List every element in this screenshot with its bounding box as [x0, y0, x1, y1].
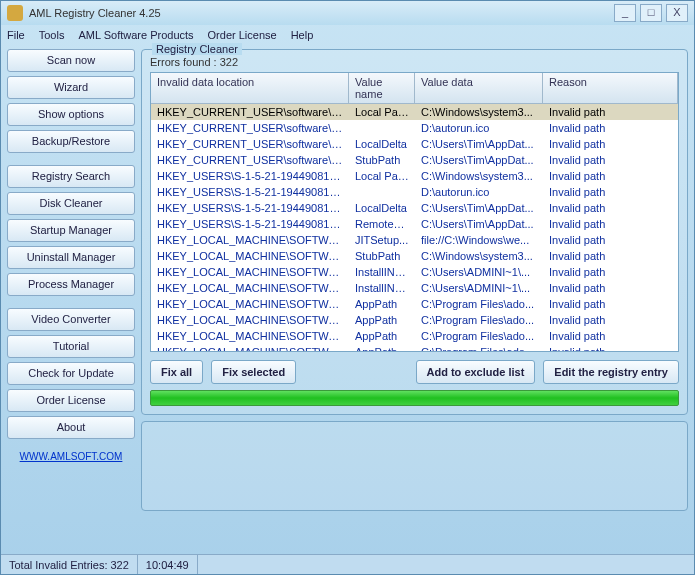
- fix-selected-button[interactable]: Fix selected: [211, 360, 296, 384]
- col-value-data[interactable]: Value data: [415, 73, 543, 103]
- table-cell: AppPath: [349, 329, 415, 343]
- table-cell: Invalid path: [543, 153, 678, 167]
- table-cell: InstallINF...: [349, 265, 415, 279]
- col-value-name[interactable]: Value name: [349, 73, 415, 103]
- sidebar-order-license[interactable]: Order License: [7, 389, 135, 412]
- table-row[interactable]: HKEY_USERS\S-1-5-21-1944908101-2...Local…: [151, 200, 678, 216]
- sidebar-about[interactable]: About: [7, 416, 135, 439]
- table-cell: HKEY_CURRENT_USER\software\Micr...: [151, 153, 349, 167]
- menu-tools[interactable]: Tools: [39, 29, 65, 41]
- table-cell: file://C:\Windows\we...: [415, 233, 543, 247]
- table-cell: HKEY_LOCAL_MACHINE\SOFTWARE\...: [151, 249, 349, 263]
- table-cell: C:\Windows\system3...: [415, 249, 543, 263]
- status-time: 10:04:49: [138, 555, 198, 574]
- table-cell: [349, 121, 415, 135]
- sidebar-startup-manager[interactable]: Startup Manager: [7, 219, 135, 242]
- sidebar-wizard[interactable]: Wizard: [7, 76, 135, 99]
- table-cell: AppPath: [349, 345, 415, 351]
- table-row[interactable]: HKEY_CURRENT_USER\software\Micr...D:\aut…: [151, 120, 678, 136]
- close-button[interactable]: X: [666, 4, 688, 22]
- table-cell: Invalid path: [543, 329, 678, 343]
- table-cell: C:\Users\ADMINI~1\...: [415, 281, 543, 295]
- sidebar-uninstall-manager[interactable]: Uninstall Manager: [7, 246, 135, 269]
- menu-file[interactable]: File: [7, 29, 25, 41]
- sidebar-backup-restore[interactable]: Backup/Restore: [7, 130, 135, 153]
- table-cell: Invalid path: [543, 217, 678, 231]
- table-cell: Local Page: [349, 105, 415, 119]
- table-cell: D:\autorun.ico: [415, 121, 543, 135]
- group-label: Registry Cleaner: [152, 43, 242, 55]
- table-cell: C:\Program Files\ado...: [415, 313, 543, 327]
- sidebar-process-manager[interactable]: Process Manager: [7, 273, 135, 296]
- table-cell: HKEY_CURRENT_USER\software\Micr...: [151, 137, 349, 151]
- table-cell: RemoteD...: [349, 217, 415, 231]
- table-row[interactable]: HKEY_USERS\S-1-5-21-1944908101-2...Local…: [151, 168, 678, 184]
- table-cell: C:\Users\Tim\AppDat...: [415, 137, 543, 151]
- add-exclude-button[interactable]: Add to exclude list: [416, 360, 536, 384]
- table-cell: C:\Users\Tim\AppDat...: [415, 217, 543, 231]
- sidebar-disk-cleaner[interactable]: Disk Cleaner: [7, 192, 135, 215]
- sidebar-video-converter[interactable]: Video Converter: [7, 308, 135, 331]
- table-row[interactable]: HKEY_USERS\S-1-5-21-1944908101-2...D:\au…: [151, 184, 678, 200]
- table-cell: HKEY_USERS\S-1-5-21-1944908101-2...: [151, 217, 349, 231]
- sidebar-registry-search[interactable]: Registry Search: [7, 165, 135, 188]
- table-cell: AppPath: [349, 313, 415, 327]
- progress-bar: [150, 390, 679, 406]
- table-row[interactable]: HKEY_LOCAL_MACHINE\SOFTWARE\...AppPathC:…: [151, 344, 678, 351]
- sidebar-tutorial[interactable]: Tutorial: [7, 335, 135, 358]
- table-cell: Invalid path: [543, 313, 678, 327]
- table-cell: C:\Program Files\ado...: [415, 345, 543, 351]
- table-row[interactable]: HKEY_CURRENT_USER\software\Micr...StubPa…: [151, 152, 678, 168]
- table-row[interactable]: HKEY_LOCAL_MACHINE\SOFTWARE\...InstallIN…: [151, 264, 678, 280]
- table-cell: LocalDelta: [349, 137, 415, 151]
- table-row[interactable]: HKEY_USERS\S-1-5-21-1944908101-2...Remot…: [151, 216, 678, 232]
- table-row[interactable]: HKEY_LOCAL_MACHINE\SOFTWARE\...AppPathC:…: [151, 296, 678, 312]
- sidebar-show-options[interactable]: Show options: [7, 103, 135, 126]
- sidebar-scan-now[interactable]: Scan now: [7, 49, 135, 72]
- app-icon: [7, 5, 23, 21]
- table-cell: Invalid path: [543, 105, 678, 119]
- edit-entry-button[interactable]: Edit the registry entry: [543, 360, 679, 384]
- menu-help[interactable]: Help: [291, 29, 314, 41]
- table-cell: LocalDelta: [349, 201, 415, 215]
- status-bar: Total Invalid Entries: 322 10:04:49: [1, 554, 694, 574]
- col-reason[interactable]: Reason: [543, 73, 678, 103]
- table-cell: [349, 185, 415, 199]
- table-cell: JITSetup...: [349, 233, 415, 247]
- table-cell: Invalid path: [543, 281, 678, 295]
- window-controls: _ □ X: [614, 4, 688, 22]
- table-cell: HKEY_LOCAL_MACHINE\SOFTWARE\...: [151, 345, 349, 351]
- table-cell: D:\autorun.ico: [415, 185, 543, 199]
- menu-aml-products[interactable]: AML Software Products: [78, 29, 193, 41]
- table-row[interactable]: HKEY_LOCAL_MACHINE\SOFTWARE\...AppPathC:…: [151, 328, 678, 344]
- table-cell: HKEY_LOCAL_MACHINE\SOFTWARE\...: [151, 281, 349, 295]
- table-row[interactable]: HKEY_CURRENT_USER\software\Micr...Local …: [151, 104, 678, 120]
- table-cell: Invalid path: [543, 233, 678, 247]
- menu-order-license[interactable]: Order License: [208, 29, 277, 41]
- table-cell: Invalid path: [543, 121, 678, 135]
- main-area: Scan now Wizard Show options Backup/Rest…: [1, 45, 694, 554]
- sidebar: Scan now Wizard Show options Backup/Rest…: [7, 49, 135, 554]
- minimize-button[interactable]: _: [614, 4, 636, 22]
- table-row[interactable]: HKEY_LOCAL_MACHINE\SOFTWARE\...AppPathC:…: [151, 312, 678, 328]
- table-cell: HKEY_LOCAL_MACHINE\SOFTWARE\...: [151, 297, 349, 311]
- table-cell: HKEY_LOCAL_MACHINE\SOFTWARE\...: [151, 265, 349, 279]
- table-row[interactable]: HKEY_LOCAL_MACHINE\SOFTWARE\...InstallIN…: [151, 280, 678, 296]
- registry-cleaner-group: Registry Cleaner Errors found : 322 Inva…: [141, 49, 688, 415]
- maximize-button[interactable]: □: [640, 4, 662, 22]
- col-invalid-location[interactable]: Invalid data location: [151, 73, 349, 103]
- table-row[interactable]: HKEY_LOCAL_MACHINE\SOFTWARE\...StubPathC…: [151, 248, 678, 264]
- window-title: AML Registry Cleaner 4.25: [29, 7, 614, 19]
- action-row: Fix all Fix selected Add to exclude list…: [150, 360, 679, 384]
- table-cell: C:\Users\ADMINI~1\...: [415, 265, 543, 279]
- details-panel: [141, 421, 688, 511]
- table-cell: Invalid path: [543, 169, 678, 183]
- sidebar-check-update[interactable]: Check for Update: [7, 362, 135, 385]
- table-cell: Local Page: [349, 169, 415, 183]
- fix-all-button[interactable]: Fix all: [150, 360, 203, 384]
- table-body[interactable]: HKEY_CURRENT_USER\software\Micr...Local …: [151, 104, 678, 351]
- sidebar-link-amlsoft[interactable]: WWW.AMLSOFT.COM: [7, 451, 135, 462]
- table-row[interactable]: HKEY_CURRENT_USER\software\Micr...LocalD…: [151, 136, 678, 152]
- table-row[interactable]: HKEY_LOCAL_MACHINE\SOFTWARE\...JITSetup.…: [151, 232, 678, 248]
- table-cell: HKEY_USERS\S-1-5-21-1944908101-2...: [151, 185, 349, 199]
